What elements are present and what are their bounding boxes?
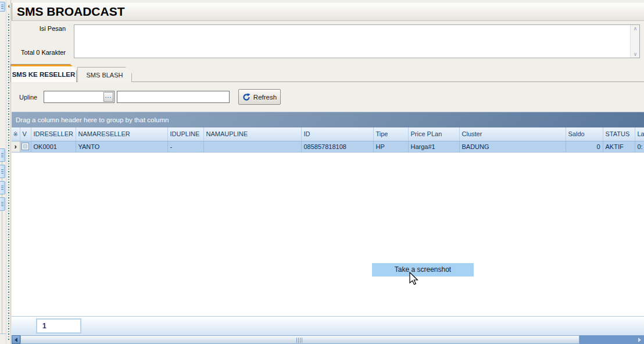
table-row[interactable]: › OK0001 YANTO - 085857818108 HP Harga#1… xyxy=(12,141,644,152)
scroll-right-icon[interactable] xyxy=(635,335,644,344)
collapsed-panel-tab[interactable] xyxy=(0,148,5,162)
tab-sms-ke-reseller[interactable]: SMS KE RESELLER xyxy=(10,64,77,82)
textarea-scrollbar[interactable]: ∧ ∨ xyxy=(630,25,639,58)
tab-sms-blash[interactable]: SMS BLASH xyxy=(77,67,132,82)
panel-stub-icon xyxy=(1,202,3,207)
take-screenshot-button[interactable]: Take a screenshot xyxy=(372,263,474,276)
col-header-tipe[interactable]: Tipe xyxy=(373,127,408,141)
header-row: ※ V IDRESELLER NAMARESELLER IDUPLINE NAM… xyxy=(12,127,644,141)
panel-stub-icon xyxy=(1,5,3,9)
cell-saldo[interactable]: 0 xyxy=(566,141,603,152)
message-textarea[interactable] xyxy=(74,24,640,58)
isi-pesan-label: Isi Pesan xyxy=(12,25,66,32)
col-header-idreseller[interactable]: IDRESELLER xyxy=(31,127,76,141)
scroll-down-icon[interactable]: ∨ xyxy=(631,51,640,57)
col-header-la[interactable]: La xyxy=(635,127,644,141)
scroll-up-icon[interactable]: ∧ xyxy=(631,26,640,31)
col-header-namaupline[interactable]: NAMAUPLINE xyxy=(203,127,301,141)
cell-id[interactable]: 085857818108 xyxy=(301,141,373,152)
col-header-status[interactable]: STATUS xyxy=(603,127,635,141)
splitter-dots xyxy=(8,14,9,340)
refresh-icon xyxy=(242,93,251,101)
col-header-saldo[interactable]: Saldo xyxy=(566,127,603,141)
col-header-cluster[interactable]: Cluster xyxy=(459,127,566,141)
cell-idreseller[interactable]: OK0001 xyxy=(31,141,76,152)
page-title: SMS BROADCAST xyxy=(12,5,125,19)
total-karakter-label: Total 0 Karakter xyxy=(12,49,66,56)
grid-empty-area[interactable] xyxy=(12,153,644,316)
upline-name-input[interactable] xyxy=(117,91,230,103)
collapsed-panel-tab[interactable] xyxy=(0,197,5,211)
scroll-left-icon[interactable] xyxy=(12,335,20,344)
horizontal-scrollbar[interactable] xyxy=(12,335,644,344)
panel-stub-icon xyxy=(1,169,3,174)
scrollbar-thumb[interactable] xyxy=(20,335,579,344)
cell-la[interactable]: 0: xyxy=(635,141,644,152)
grid-group-panel[interactable]: Drag a column header here to group by th… xyxy=(12,112,644,127)
scrollbar-grip xyxy=(296,338,303,343)
collapsed-panel-tab[interactable] xyxy=(0,2,5,12)
grid-footer xyxy=(12,316,644,335)
col-header-priceplan[interactable]: Price PLan xyxy=(408,127,459,141)
collapsed-panel-tab[interactable] xyxy=(0,165,5,178)
page-number-box[interactable]: 1 xyxy=(36,318,81,334)
row-indicator-icon: › xyxy=(12,141,20,152)
reseller-grid: ※ V IDRESELLER NAMARESELLER IDUPLINE NAM… xyxy=(12,127,644,153)
collapse-left-icon[interactable]: ‹ xyxy=(6,1,12,12)
cell-select[interactable] xyxy=(20,141,31,152)
cell-tipe[interactable]: HP xyxy=(373,141,408,152)
col-header-namareseller[interactable]: NAMARESELLER xyxy=(76,127,167,141)
panel-stub-icon xyxy=(1,153,3,158)
cell-idupline[interactable]: - xyxy=(167,141,203,152)
sidebar-splitter[interactable]: ‹ xyxy=(6,0,11,344)
refresh-label: Refresh xyxy=(253,94,277,101)
grid-customize-icon[interactable]: ※ xyxy=(12,127,20,141)
cell-cluster[interactable]: BADUNG xyxy=(459,141,566,152)
col-header-v[interactable]: V xyxy=(20,127,31,141)
cell-namareseller[interactable]: YANTO xyxy=(76,141,167,152)
cell-status[interactable]: AKTIF xyxy=(603,141,635,152)
upline-label: Upline xyxy=(19,94,37,101)
row-checkbox[interactable] xyxy=(22,143,29,150)
refresh-button[interactable]: Refresh xyxy=(238,89,281,105)
panel-stub-icon xyxy=(1,186,3,190)
cell-priceplan[interactable]: Harga#1 xyxy=(408,141,459,152)
upline-lookup-button[interactable]: ... xyxy=(103,92,113,102)
cell-namaupline[interactable] xyxy=(203,141,301,152)
collapsed-panel-tab[interactable] xyxy=(0,181,5,194)
col-header-id[interactable]: ID xyxy=(301,127,373,141)
titlebar: SMS BROADCAST xyxy=(12,3,644,21)
col-header-idupline[interactable]: IDUPLINE xyxy=(167,127,203,141)
